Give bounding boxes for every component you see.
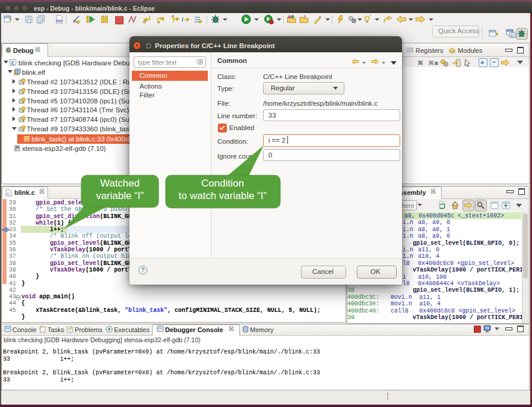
svg-text:to watch variable “I”: to watch variable “I” [179,190,267,201]
svg-text:Condition: Condition [201,178,244,189]
svg-text:C: C [11,61,15,67]
svg-text:i: i [182,16,183,23]
svg-text:c: c [7,191,10,196]
svg-text:Watched: Watched [100,178,140,189]
svg-text:C: C [511,34,514,37]
svg-text:variable “I”: variable “I” [96,190,144,201]
svg-text:010: 010 [56,19,62,23]
